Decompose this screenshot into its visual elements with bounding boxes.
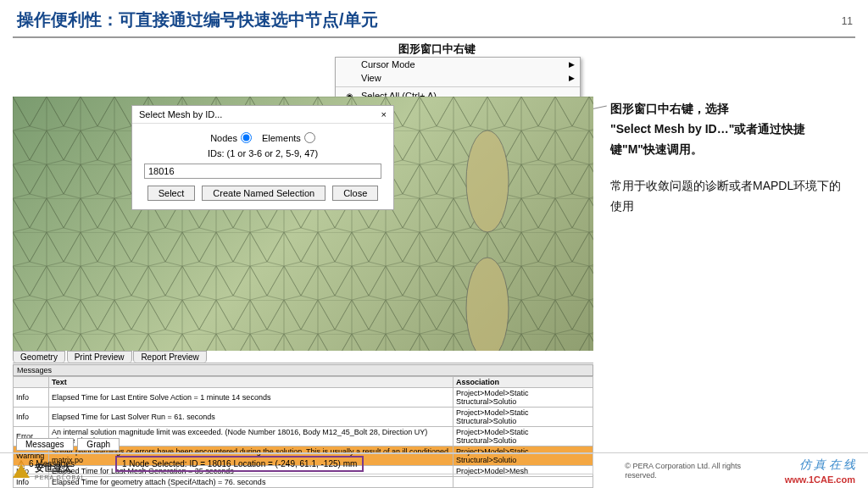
menu-item-view[interactable]: View ▶ <box>336 71 580 85</box>
anno-line3: 常用于收敛问题的诊断或者MAPDL环境下的使用 <box>610 176 848 217</box>
tab-graph[interactable]: Graph <box>77 438 120 451</box>
table-row: InfoElapsed Time for Last Solver Run = 6… <box>14 408 593 427</box>
col-assoc: Association <box>453 377 593 388</box>
col-type <box>14 377 49 388</box>
bottom-tabs: Messages Graph <box>16 438 121 451</box>
table-row: InfoElapsed Time for Last Entire Solve A… <box>14 388 593 408</box>
dialog-title: Select Mesh by ID... <box>139 109 222 119</box>
pera-logo: 安世亚太 PERA GLOBAL <box>13 462 86 480</box>
create-selection-button[interactable]: Create Named Selection <box>202 186 326 201</box>
footer: 安世亚太 PERA GLOBAL © PERA Corporation Ltd.… <box>0 452 868 488</box>
submenu-arrow-icon: ▶ <box>569 74 575 82</box>
page-number: 11 <box>842 15 853 27</box>
col-text: Text <box>49 377 453 388</box>
context-menu-label: 图形窗口中右键 <box>398 42 476 57</box>
nodes-label: Nodes <box>210 133 237 143</box>
close-button[interactable]: Close <box>332 186 378 201</box>
graphics-viewport[interactable]: Select Mesh by ID... × Nodes Elements ID… <box>13 97 593 351</box>
select-mesh-dialog: Select Mesh by ID... × Nodes Elements ID… <box>131 105 394 210</box>
logo-triangle-icon <box>13 464 30 478</box>
elements-label: Elements <box>262 133 301 143</box>
copyright: © PERA Corporation Ltd. All rightsreserv… <box>625 462 741 481</box>
submenu-arrow-icon: ▶ <box>569 60 575 69</box>
logo-en: PERA GLOBAL <box>35 474 86 480</box>
menu-label: View <box>361 73 381 83</box>
tab-report-preview[interactable]: Report Preview <box>133 351 206 363</box>
elements-radio[interactable] <box>304 132 315 143</box>
ids-label: IDs: <box>208 148 225 158</box>
nodes-radio[interactable] <box>241 132 252 143</box>
anno-line1: 图形窗口中右键，选择 <box>610 102 729 115</box>
divider <box>13 36 855 38</box>
messages-header: Messages <box>13 364 593 376</box>
svg-point-2 <box>466 258 509 351</box>
tab-geometry[interactable]: Geometry <box>13 351 65 363</box>
svg-point-1 <box>466 130 509 232</box>
logo-cn: 安世亚太 <box>35 462 86 474</box>
menu-item-cursor[interactable]: Cursor Mode ▶ <box>336 58 580 71</box>
tab-print-preview[interactable]: Print Preview <box>67 351 132 363</box>
select-button[interactable]: Select <box>147 186 196 201</box>
annotation-text: 图形窗口中右键，选择 "Select Mesh by ID…"或者通过快捷键"M… <box>610 99 848 217</box>
close-icon[interactable]: × <box>381 109 387 119</box>
menu-label: Cursor Mode <box>361 59 415 69</box>
ids-input[interactable] <box>144 164 381 179</box>
ids-hint: (1 or 3-6 or 2, 5-9, 47) <box>227 148 319 158</box>
watermark-url: www.1CAE.com <box>785 474 855 485</box>
watermark: 仿 真 在 线 <box>799 458 856 473</box>
tab-messages[interactable]: Messages <box>16 438 74 451</box>
menu-separator <box>336 86 580 87</box>
anno-line2: "Select Mesh by ID…"或者通过快捷键"M"快速调用。 <box>610 122 805 156</box>
geometry-tabs: Geometry Print Preview Report Preview <box>13 351 593 363</box>
page-title: 操作便利性：可直接通过编号快速选中节点/单元 <box>17 8 851 31</box>
